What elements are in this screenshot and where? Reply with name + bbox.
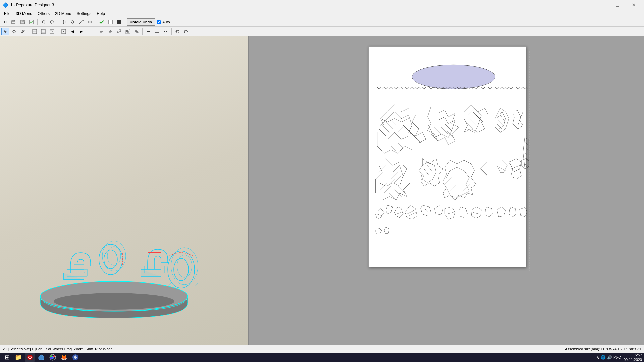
sep8 [142, 28, 143, 35]
svg-point-54 [177, 255, 192, 277]
auto-checkbox[interactable] [157, 20, 161, 24]
svg-line-96 [389, 193, 396, 200]
group-button[interactable] [124, 28, 132, 35]
assembled-size: Assembled size(mm): H19 W74 D20 / Parts … [565, 347, 641, 351]
paper-content [373, 51, 530, 271]
toolbar2: ◀ ▶ [0, 27, 644, 36]
rotate-tool-button[interactable] [68, 18, 76, 26]
svg-line-70 [384, 143, 391, 150]
scale-tool-button[interactable] [77, 18, 85, 26]
align-left-button[interactable] [98, 28, 106, 35]
status-hint: 2D [Select/Move] L [Pan] R or Wheel Drag… [3, 347, 113, 351]
language-indicator[interactable]: РУС [613, 355, 621, 359]
svg-rect-34 [128, 32, 129, 33]
check-button[interactable] [98, 18, 106, 26]
redo-button[interactable] [48, 18, 56, 26]
svg-line-76 [434, 127, 441, 134]
align-center-button[interactable] [106, 28, 114, 35]
volume-icon[interactable]: 🔊 [607, 355, 612, 360]
undo2-button[interactable] [173, 28, 181, 35]
pepakura2-taskbar[interactable] [70, 353, 80, 362]
svg-line-111 [511, 165, 520, 169]
svg-marker-7 [63, 20, 64, 21]
chrome-taskbar[interactable] [48, 353, 58, 362]
menu-3dmenu[interactable]: 3D Menu [13, 11, 35, 17]
svg-point-52 [174, 258, 189, 281]
time: 15:57 [624, 353, 642, 357]
svg-line-78 [447, 131, 454, 138]
main-area [0, 36, 644, 353]
paint-button[interactable] [19, 28, 27, 35]
save-button[interactable] [19, 18, 27, 26]
svg-rect-30 [117, 31, 119, 33]
forward-button[interactable]: ▶ [77, 28, 85, 35]
close-button[interactable]: ✕ [626, 0, 641, 10]
edge-solid-button[interactable] [144, 28, 152, 35]
edge-double-button[interactable] [153, 28, 161, 35]
network-icon[interactable]: 🌐 [601, 355, 606, 360]
taskbar-right: ∧ 🌐 🔊 РУС 15:57 09.11.2020 [596, 353, 642, 362]
menu-others[interactable]: Others [35, 11, 52, 17]
minimize-button[interactable]: − [594, 0, 609, 10]
redo2-button[interactable] [182, 28, 190, 35]
sep1 [37, 19, 38, 25]
auto-checkbox-label[interactable]: Auto [157, 20, 170, 24]
svg-line-105 [457, 178, 464, 185]
svg-line-100 [426, 179, 431, 185]
svg-line-85 [500, 115, 506, 122]
svg-line-112 [513, 169, 520, 172]
file-explorer-taskbar[interactable]: 📁 [13, 353, 23, 362]
verified-button[interactable] [28, 18, 36, 26]
edge-dashed-button[interactable] [162, 28, 170, 35]
svg-marker-11 [71, 22, 72, 23]
menu-help[interactable]: Help [94, 11, 108, 17]
svg-line-113 [523, 164, 528, 165]
sep5 [29, 28, 29, 35]
taskbar-left: ⊞ 📁 🦊 [2, 353, 80, 362]
snap-button[interactable] [60, 28, 68, 35]
clock[interactable]: 15:57 09.11.2020 [624, 353, 642, 362]
svg-rect-13 [117, 20, 121, 24]
maximize-button[interactable]: □ [610, 0, 625, 10]
black-square-button[interactable] [115, 18, 123, 26]
pepakura-taskbar[interactable] [36, 353, 46, 362]
image-button[interactable] [48, 28, 56, 35]
view2d[interactable] [250, 36, 644, 353]
rotate2d-button[interactable] [10, 28, 18, 35]
app-title: 1 - Pepakura Designer 3 [10, 3, 54, 7]
svg-line-80 [469, 119, 476, 126]
fox-taskbar[interactable]: 🦊 [59, 353, 69, 362]
scale2-button[interactable] [115, 28, 123, 35]
move-tool-button[interactable] [60, 18, 68, 26]
flip-button[interactable] [86, 28, 94, 35]
svg-line-89 [381, 183, 388, 190]
select-move-button[interactable] [1, 28, 9, 35]
svg-line-91 [388, 179, 395, 186]
menu-settings[interactable]: Settings [74, 11, 94, 17]
menu-file[interactable]: File [1, 11, 13, 17]
unfold-undo-button[interactable]: Unfold Undo [127, 18, 155, 26]
undo-button[interactable] [39, 18, 47, 26]
mirror-button[interactable] [86, 18, 94, 26]
back-button[interactable]: ◀ [68, 28, 76, 35]
app1-taskbar[interactable] [25, 353, 35, 362]
svg-rect-0 [12, 21, 15, 24]
new-button[interactable]: 🗋 [1, 18, 9, 26]
svg-marker-14 [13, 32, 14, 33]
svg-line-117 [409, 212, 416, 216]
color1-button[interactable] [31, 28, 39, 35]
white-square-button[interactable] [106, 18, 114, 26]
open-button[interactable] [10, 18, 18, 26]
expand-tray-icon[interactable]: ∧ [596, 355, 599, 360]
svg-line-60 [389, 119, 396, 126]
ungroup-button[interactable] [132, 28, 141, 35]
svg-line-98 [428, 165, 433, 172]
color2-button[interactable] [39, 28, 47, 35]
start-button[interactable]: ⊞ [2, 353, 12, 362]
svg-line-58 [382, 125, 389, 132]
svg-marker-8 [63, 23, 64, 24]
svg-point-55 [54, 293, 174, 310]
view3d[interactable] [0, 36, 248, 353]
menu-2dmenu[interactable]: 2D Menu [52, 11, 74, 17]
svg-line-68 [398, 143, 405, 150]
